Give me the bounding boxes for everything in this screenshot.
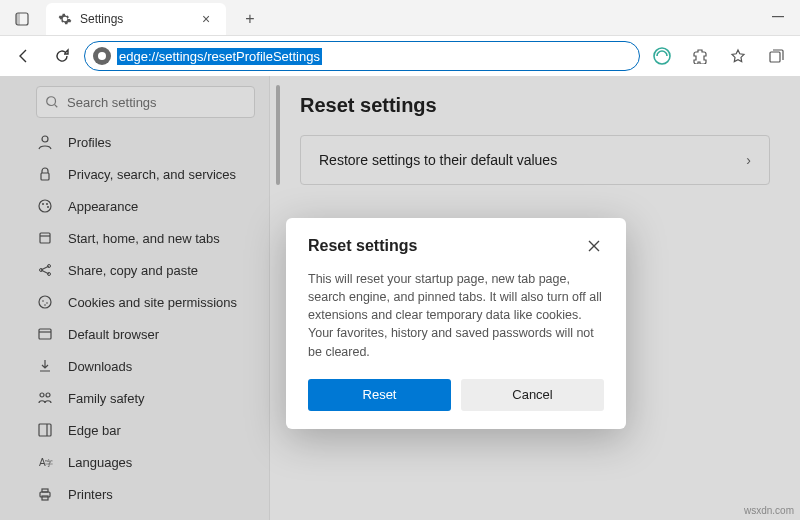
watermark: wsxdn.com bbox=[744, 505, 794, 516]
refresh-button[interactable] bbox=[46, 40, 78, 72]
dialog-close-button[interactable] bbox=[584, 236, 604, 256]
tab-title: Settings bbox=[80, 12, 190, 26]
address-bar[interactable]: edge://settings/resetProfileSettings bbox=[84, 41, 640, 71]
svg-rect-5 bbox=[770, 52, 780, 62]
dialog-title: Reset settings bbox=[308, 237, 417, 255]
svg-rect-2 bbox=[772, 16, 784, 17]
cancel-button[interactable]: Cancel bbox=[461, 379, 604, 411]
url-text: edge://settings/resetProfileSettings bbox=[117, 48, 322, 65]
minimize-button[interactable] bbox=[756, 0, 800, 35]
toolbar: edge://settings/resetProfileSettings bbox=[0, 36, 800, 76]
svg-point-3 bbox=[98, 52, 106, 60]
dialog-body: This will reset your startup page, new t… bbox=[308, 270, 604, 361]
tab-actions-icon[interactable] bbox=[8, 5, 36, 33]
reset-button[interactable]: Reset bbox=[308, 379, 451, 411]
favorites-icon[interactable] bbox=[722, 40, 754, 72]
svg-rect-1 bbox=[16, 13, 20, 25]
titlebar: Settings × + bbox=[0, 0, 800, 36]
browser-tab[interactable]: Settings × bbox=[46, 3, 226, 35]
new-tab-button[interactable]: + bbox=[236, 5, 264, 33]
gear-icon bbox=[58, 12, 72, 26]
profile-icon[interactable] bbox=[646, 40, 678, 72]
close-tab-icon[interactable]: × bbox=[198, 11, 214, 27]
reset-settings-dialog: Reset settings This will reset your star… bbox=[286, 218, 626, 429]
collections-icon[interactable] bbox=[760, 40, 792, 72]
tab-strip: Settings × + bbox=[0, 0, 272, 35]
extensions-icon[interactable] bbox=[684, 40, 716, 72]
back-button[interactable] bbox=[8, 40, 40, 72]
site-identity-icon bbox=[93, 47, 111, 65]
